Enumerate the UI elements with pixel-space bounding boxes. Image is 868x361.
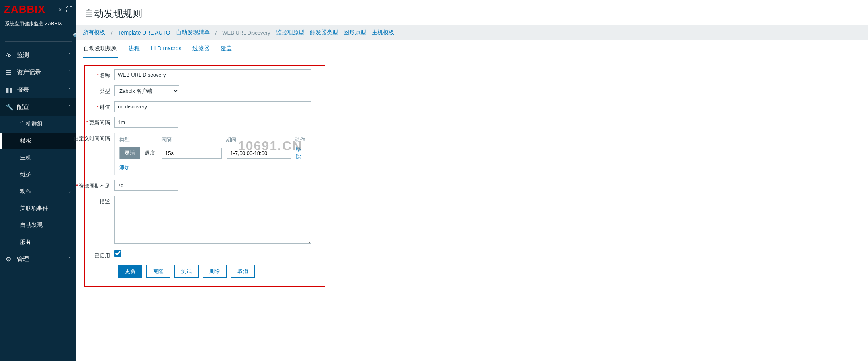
- nav-admin[interactable]: ⚙ 管理 ˅: [0, 251, 76, 268]
- chevron-down-icon: ˅: [68, 53, 71, 58]
- enabled-checkbox[interactable]: [114, 250, 121, 257]
- tab-filters[interactable]: 过滤器: [192, 40, 210, 58]
- sub-hosts[interactable]: 主机: [0, 149, 76, 166]
- add-interval-link[interactable]: 添加: [119, 164, 130, 171]
- link-item-proto[interactable]: 监控项原型: [276, 29, 304, 36]
- sub-maintenance[interactable]: 维护: [0, 166, 76, 183]
- cancel-button[interactable]: 取消: [231, 265, 255, 278]
- description-textarea[interactable]: [114, 196, 311, 244]
- search-box[interactable]: 🔍: [5, 31, 72, 42]
- tab-lld-macros[interactable]: LLD macros: [150, 40, 182, 58]
- type-select[interactable]: Zabbix 客户端: [114, 85, 179, 96]
- link-host-proto[interactable]: 主机模板: [372, 29, 394, 36]
- test-button[interactable]: 测试: [174, 265, 199, 278]
- crumb-current: WEB URL Discovery: [222, 30, 270, 36]
- seg-flex-button[interactable]: 灵活: [120, 147, 140, 159]
- form-highlight: *名称 类型 Zabbix 客户端 *键值 *更新间隔: [84, 65, 326, 287]
- sub-correlation[interactable]: 关联项事件: [0, 200, 76, 217]
- interval-type-segment: 灵活 调度: [119, 147, 160, 159]
- seg-sched-button[interactable]: 调度: [140, 147, 160, 159]
- button-row: 更新 克隆 测试 删除 取消: [118, 265, 320, 278]
- logo-row: ZABBIX « ⛶: [0, 0, 76, 19]
- label-description: 描述: [100, 198, 110, 204]
- sidebar: ZABBIX « ⛶ 系统应用健康监测-ZABBIX 🔍 👁 监测 ˅ ☰ 资产…: [0, 0, 76, 361]
- label-key: 键值: [100, 104, 110, 110]
- nav-inventory[interactable]: ☰ 资产记录 ˅: [0, 64, 76, 81]
- chevron-down-icon: ˅: [68, 70, 71, 75]
- label-keep-lost: 资源周期不足: [79, 183, 110, 189]
- sub-services[interactable]: 服务: [0, 234, 76, 251]
- label-enabled: 已启用: [94, 253, 110, 259]
- sub-templates[interactable]: 模板: [0, 133, 76, 149]
- nav-monitor[interactable]: 👁 监测 ˅: [0, 47, 76, 64]
- interval-input[interactable]: [114, 117, 178, 128]
- sub-hostgroups[interactable]: 主机群组: [0, 116, 76, 133]
- search-input[interactable]: [5, 31, 73, 41]
- nav-reports[interactable]: ▮▮ 报表 ˅: [0, 81, 76, 98]
- eye-icon: 👁: [6, 52, 14, 59]
- remove-link[interactable]: 移除: [296, 146, 301, 159]
- chevron-up-icon: ˄: [68, 104, 71, 110]
- list-icon: ☰: [6, 69, 14, 76]
- link-trigger-proto[interactable]: 触发器类型: [310, 29, 338, 36]
- custom-interval-input[interactable]: [162, 148, 222, 159]
- tab-preprocessing[interactable]: 进程: [128, 40, 141, 58]
- crumb-discovery-list[interactable]: 自动发现清单: [176, 29, 210, 36]
- sub-discovery[interactable]: 自动发现: [0, 217, 76, 234]
- label-name: 名称: [100, 72, 110, 78]
- key-input[interactable]: [114, 101, 311, 112]
- sub-actions[interactable]: 动作 ›: [0, 183, 76, 200]
- wrench-icon: 🔧: [6, 103, 14, 111]
- chevron-down-icon: ˅: [68, 87, 71, 93]
- custom-intervals: 类型 间隔 期间 动作 灵活 调度: [114, 133, 311, 175]
- expand-icon[interactable]: ⛶: [66, 6, 72, 13]
- delete-button[interactable]: 删除: [203, 265, 227, 278]
- custom-period-input[interactable]: [227, 148, 291, 159]
- page-title: 自动发现规则: [76, 0, 868, 25]
- chevron-right-icon: ›: [69, 189, 71, 194]
- crumb-all-templates[interactable]: 所有模板: [83, 29, 105, 36]
- crumb-template[interactable]: Template URL AUTO: [118, 29, 170, 36]
- tabs: 自动发现规则 进程 LLD macros 过滤器 覆盖: [76, 40, 868, 58]
- chart-icon: ▮▮: [6, 86, 14, 94]
- label-interval: 更新间隔: [89, 120, 110, 126]
- logo: ZABBIX: [4, 3, 45, 16]
- breadcrumb: 所有模板 / Template URL AUTO 自动发现清单 / WEB UR…: [76, 25, 868, 40]
- form-area: *名称 类型 Zabbix 客户端 *键值 *更新间隔: [76, 58, 868, 294]
- nav-config[interactable]: 🔧 配置 ˄: [0, 98, 76, 116]
- link-graph-proto[interactable]: 图形原型: [344, 29, 366, 36]
- main: 自动发现规则 所有模板 / Template URL AUTO 自动发现清单 /…: [76, 0, 868, 361]
- name-input[interactable]: [114, 69, 311, 80]
- tab-overrides[interactable]: 覆盖: [220, 40, 233, 58]
- update-button[interactable]: 更新: [118, 265, 142, 278]
- chevron-down-icon: ˅: [68, 257, 71, 262]
- collapse-icon[interactable]: «: [58, 6, 62, 13]
- tab-discovery-rule[interactable]: 自动发现规则: [83, 40, 118, 58]
- label-custom-interval: 自定义时间间隔: [74, 135, 110, 141]
- gear-icon: ⚙: [6, 255, 14, 263]
- label-type: 类型: [100, 88, 110, 94]
- clone-button[interactable]: 克隆: [146, 265, 170, 278]
- sidebar-subtitle: 系统应用健康监测-ZABBIX: [0, 19, 76, 31]
- keep-lost-input[interactable]: [114, 180, 178, 191]
